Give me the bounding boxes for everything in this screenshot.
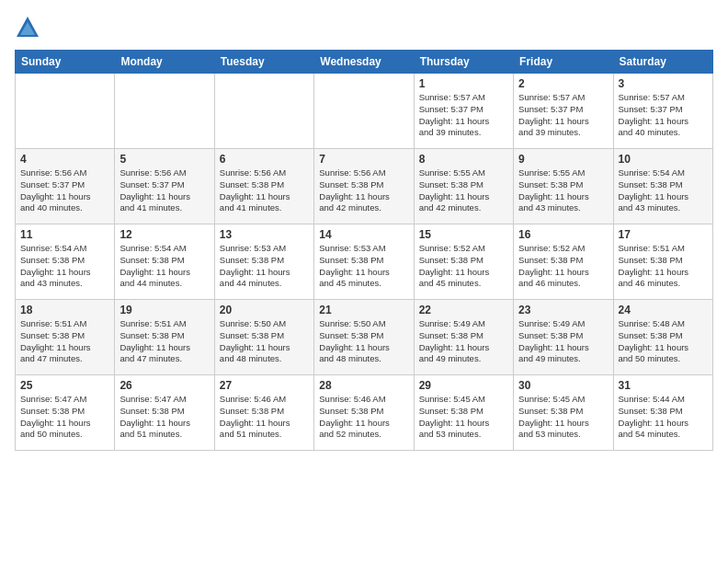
day-number: 27 bbox=[220, 379, 309, 392]
weekday-header: Thursday bbox=[414, 51, 513, 74]
calendar-cell: 27Sunrise: 5:46 AM Sunset: 5:38 PM Dayli… bbox=[214, 375, 313, 451]
day-number: 13 bbox=[220, 228, 309, 241]
day-number: 14 bbox=[319, 228, 408, 241]
calendar-body: 1Sunrise: 5:57 AM Sunset: 5:37 PM Daylig… bbox=[16, 74, 713, 451]
day-number: 1 bbox=[419, 77, 508, 90]
day-number: 21 bbox=[319, 304, 408, 316]
logo bbox=[15, 15, 44, 40]
calendar-cell bbox=[214, 74, 313, 149]
day-number: 29 bbox=[419, 379, 508, 392]
day-info: Sunrise: 5:48 AM Sunset: 5:38 PM Dayligh… bbox=[619, 318, 708, 365]
day-info: Sunrise: 5:44 AM Sunset: 5:38 PM Dayligh… bbox=[619, 394, 708, 441]
day-number: 28 bbox=[319, 379, 408, 392]
day-info: Sunrise: 5:54 AM Sunset: 5:38 PM Dayligh… bbox=[619, 167, 708, 214]
day-number: 12 bbox=[119, 228, 209, 241]
day-info: Sunrise: 5:51 AM Sunset: 5:38 PM Dayligh… bbox=[20, 318, 109, 365]
day-info: Sunrise: 5:51 AM Sunset: 5:38 PM Dayligh… bbox=[119, 318, 209, 365]
day-info: Sunrise: 5:49 AM Sunset: 5:38 PM Dayligh… bbox=[419, 318, 508, 365]
calendar-week-row: 25Sunrise: 5:47 AM Sunset: 5:38 PM Dayli… bbox=[16, 375, 713, 451]
weekday-header: Tuesday bbox=[214, 51, 313, 74]
calendar-cell: 1Sunrise: 5:57 AM Sunset: 5:37 PM Daylig… bbox=[414, 74, 513, 149]
calendar-cell: 18Sunrise: 5:51 AM Sunset: 5:38 PM Dayli… bbox=[16, 300, 115, 375]
day-number: 25 bbox=[20, 379, 109, 392]
calendar-cell: 2Sunrise: 5:57 AM Sunset: 5:37 PM Daylig… bbox=[514, 74, 613, 149]
calendar-cell: 4Sunrise: 5:56 AM Sunset: 5:37 PM Daylig… bbox=[16, 149, 115, 224]
day-info: Sunrise: 5:46 AM Sunset: 5:38 PM Dayligh… bbox=[319, 394, 408, 441]
day-info: Sunrise: 5:56 AM Sunset: 5:37 PM Dayligh… bbox=[20, 167, 109, 214]
day-info: Sunrise: 5:52 AM Sunset: 5:38 PM Dayligh… bbox=[419, 243, 508, 290]
day-number: 3 bbox=[619, 77, 708, 90]
day-number: 4 bbox=[20, 153, 109, 166]
calendar-cell: 12Sunrise: 5:54 AM Sunset: 5:38 PM Dayli… bbox=[115, 224, 214, 300]
day-info: Sunrise: 5:57 AM Sunset: 5:37 PM Dayligh… bbox=[619, 92, 708, 139]
day-number: 7 bbox=[319, 153, 408, 166]
day-info: Sunrise: 5:57 AM Sunset: 5:37 PM Dayligh… bbox=[518, 92, 608, 139]
day-number: 23 bbox=[518, 304, 608, 316]
day-info: Sunrise: 5:54 AM Sunset: 5:38 PM Dayligh… bbox=[20, 243, 109, 290]
day-info: Sunrise: 5:52 AM Sunset: 5:38 PM Dayligh… bbox=[518, 243, 608, 290]
calendar-cell: 31Sunrise: 5:44 AM Sunset: 5:38 PM Dayli… bbox=[613, 375, 712, 451]
calendar-cell: 25Sunrise: 5:47 AM Sunset: 5:38 PM Dayli… bbox=[16, 375, 115, 451]
calendar-week-row: 1Sunrise: 5:57 AM Sunset: 5:37 PM Daylig… bbox=[16, 74, 713, 149]
calendar-cell: 21Sunrise: 5:50 AM Sunset: 5:38 PM Dayli… bbox=[314, 300, 414, 375]
day-number: 30 bbox=[518, 379, 608, 392]
calendar-cell: 9Sunrise: 5:55 AM Sunset: 5:38 PM Daylig… bbox=[514, 149, 613, 224]
day-info: Sunrise: 5:55 AM Sunset: 5:38 PM Dayligh… bbox=[419, 167, 508, 214]
day-number: 15 bbox=[419, 228, 508, 241]
calendar-cell: 7Sunrise: 5:56 AM Sunset: 5:38 PM Daylig… bbox=[314, 149, 414, 224]
day-number: 18 bbox=[20, 304, 109, 316]
calendar-cell: 28Sunrise: 5:46 AM Sunset: 5:38 PM Dayli… bbox=[314, 375, 414, 451]
weekday-row: SundayMondayTuesdayWednesdayThursdayFrid… bbox=[16, 51, 713, 74]
day-info: Sunrise: 5:55 AM Sunset: 5:38 PM Dayligh… bbox=[518, 167, 608, 214]
day-number: 10 bbox=[619, 153, 708, 166]
day-info: Sunrise: 5:53 AM Sunset: 5:38 PM Dayligh… bbox=[319, 243, 408, 290]
weekday-header: Monday bbox=[115, 51, 214, 74]
calendar-cell: 29Sunrise: 5:45 AM Sunset: 5:38 PM Dayli… bbox=[414, 375, 513, 451]
header bbox=[15, 15, 713, 40]
day-number: 5 bbox=[119, 153, 209, 166]
calendar-cell: 13Sunrise: 5:53 AM Sunset: 5:38 PM Dayli… bbox=[214, 224, 313, 300]
day-number: 20 bbox=[220, 304, 309, 316]
calendar-cell: 10Sunrise: 5:54 AM Sunset: 5:38 PM Dayli… bbox=[613, 149, 712, 224]
calendar-cell bbox=[314, 74, 414, 149]
calendar: SundayMondayTuesdayWednesdayThursdayFrid… bbox=[15, 50, 713, 451]
calendar-cell: 15Sunrise: 5:52 AM Sunset: 5:38 PM Dayli… bbox=[414, 224, 513, 300]
day-number: 17 bbox=[619, 228, 708, 241]
calendar-cell: 17Sunrise: 5:51 AM Sunset: 5:38 PM Dayli… bbox=[613, 224, 712, 300]
calendar-cell: 24Sunrise: 5:48 AM Sunset: 5:38 PM Dayli… bbox=[613, 300, 712, 375]
calendar-cell: 6Sunrise: 5:56 AM Sunset: 5:38 PM Daylig… bbox=[214, 149, 313, 224]
calendar-cell: 23Sunrise: 5:49 AM Sunset: 5:38 PM Dayli… bbox=[514, 300, 613, 375]
calendar-cell: 16Sunrise: 5:52 AM Sunset: 5:38 PM Dayli… bbox=[514, 224, 613, 300]
day-number: 9 bbox=[518, 153, 608, 166]
calendar-cell bbox=[16, 74, 115, 149]
calendar-cell: 11Sunrise: 5:54 AM Sunset: 5:38 PM Dayli… bbox=[16, 224, 115, 300]
day-info: Sunrise: 5:51 AM Sunset: 5:38 PM Dayligh… bbox=[619, 243, 708, 290]
calendar-cell: 26Sunrise: 5:47 AM Sunset: 5:38 PM Dayli… bbox=[115, 375, 214, 451]
day-number: 8 bbox=[419, 153, 508, 166]
page: SundayMondayTuesdayWednesdayThursdayFrid… bbox=[0, 0, 728, 563]
day-info: Sunrise: 5:57 AM Sunset: 5:37 PM Dayligh… bbox=[419, 92, 508, 139]
calendar-cell bbox=[115, 74, 214, 149]
day-number: 6 bbox=[220, 153, 309, 166]
day-number: 2 bbox=[518, 77, 608, 90]
day-info: Sunrise: 5:49 AM Sunset: 5:38 PM Dayligh… bbox=[518, 318, 608, 365]
calendar-header: SundayMondayTuesdayWednesdayThursdayFrid… bbox=[16, 51, 713, 74]
calendar-week-row: 11Sunrise: 5:54 AM Sunset: 5:38 PM Dayli… bbox=[16, 224, 713, 300]
day-number: 19 bbox=[119, 304, 209, 316]
day-info: Sunrise: 5:53 AM Sunset: 5:38 PM Dayligh… bbox=[220, 243, 309, 290]
calendar-cell: 19Sunrise: 5:51 AM Sunset: 5:38 PM Dayli… bbox=[115, 300, 214, 375]
day-info: Sunrise: 5:46 AM Sunset: 5:38 PM Dayligh… bbox=[220, 394, 309, 441]
day-info: Sunrise: 5:56 AM Sunset: 5:37 PM Dayligh… bbox=[119, 167, 209, 214]
day-number: 16 bbox=[518, 228, 608, 241]
day-number: 31 bbox=[619, 379, 708, 392]
day-info: Sunrise: 5:50 AM Sunset: 5:38 PM Dayligh… bbox=[319, 318, 408, 365]
day-info: Sunrise: 5:47 AM Sunset: 5:38 PM Dayligh… bbox=[20, 394, 109, 441]
weekday-header: Sunday bbox=[16, 51, 115, 74]
weekday-header: Friday bbox=[514, 51, 613, 74]
day-number: 26 bbox=[119, 379, 209, 392]
day-info: Sunrise: 5:56 AM Sunset: 5:38 PM Dayligh… bbox=[319, 167, 408, 214]
calendar-week-row: 4Sunrise: 5:56 AM Sunset: 5:37 PM Daylig… bbox=[16, 149, 713, 224]
calendar-cell: 8Sunrise: 5:55 AM Sunset: 5:38 PM Daylig… bbox=[414, 149, 513, 224]
day-info: Sunrise: 5:50 AM Sunset: 5:38 PM Dayligh… bbox=[220, 318, 309, 365]
calendar-cell: 30Sunrise: 5:45 AM Sunset: 5:38 PM Dayli… bbox=[514, 375, 613, 451]
